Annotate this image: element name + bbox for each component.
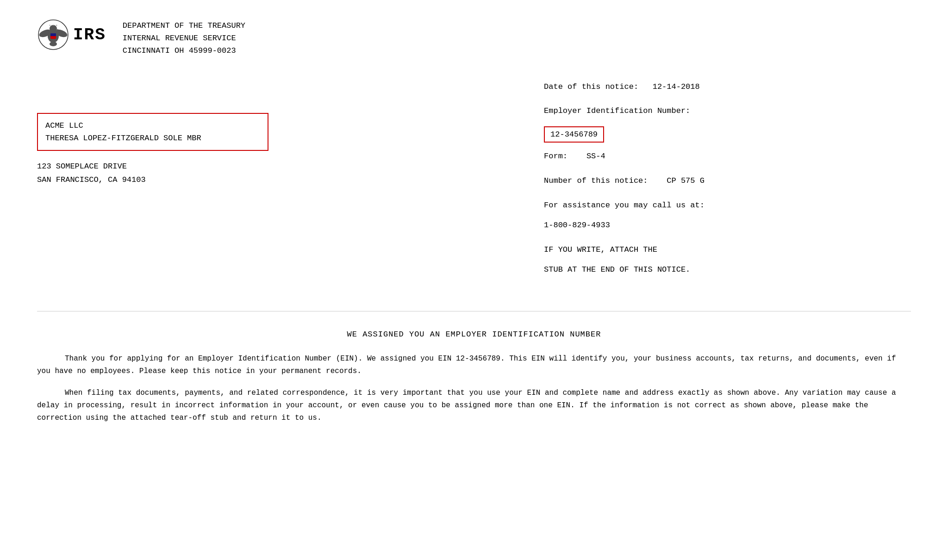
notice-number-label: Number of this notice:: [544, 176, 648, 185]
address-box: ACME LLC THERESA LOPEZ-FITZGERALD SOLE M…: [37, 113, 268, 151]
assistance-label-line: For assistance you may call us at:: [544, 199, 911, 212]
date-label: Date of this notice:: [544, 82, 638, 91]
notice-number-value: CP 575 G: [667, 176, 705, 185]
address-name-line2: THERESA LOPEZ-FITZGERALD SOLE MBR: [45, 132, 260, 144]
dept-line1: DEPARTMENT OF THE TREASURY: [123, 19, 245, 32]
dept-line3: CINCINNATI OH 45999-0023: [123, 44, 245, 57]
address-city-state-zip: SAN FRANCISCO, CA 94103: [37, 174, 518, 187]
dept-line2: INTERNAL REVENUE SERVICE: [123, 32, 245, 44]
address-street: 123 SOMEPLACE DRIVE: [37, 160, 518, 174]
right-column: Date of this notice: 12-14-2018 Employer…: [544, 76, 911, 283]
stub-notice-line2: STUB AT THE END OF THIS NOTICE.: [544, 263, 911, 277]
ein-label-line: Employer Identification Number:: [544, 105, 911, 118]
date-value: 12-14-2018: [653, 82, 700, 91]
document-page: ★ ★ ★ IRS DEPARTMENT OF THE TREASURY INT…: [37, 19, 911, 425]
body-paragraph-1: Thank you for applying for an Employer I…: [37, 353, 911, 378]
body-paragraph-2: When filing tax documents, payments, and…: [37, 387, 911, 425]
notice-number-line: Number of this notice: CP 575 G: [544, 174, 911, 188]
ein-label: Employer Identification Number:: [544, 106, 690, 115]
eagle-icon: ★ ★ ★: [37, 19, 69, 51]
form-line: Form: SS-4: [544, 150, 911, 163]
form-label: Form:: [544, 152, 568, 161]
assistance-phone-line: 1-800-829-4933: [544, 219, 911, 232]
address-name-line1: ACME LLC: [45, 119, 260, 132]
form-value: SS-4: [586, 152, 605, 161]
body-section: WE ASSIGNED YOU AN EMPLOYER IDENTIFICATI…: [37, 311, 911, 425]
ein-value: 12-3456789: [550, 130, 598, 139]
stub-notice-line1: IF YOU WRITE, ATTACH THE: [544, 243, 911, 257]
notice-date-line: Date of this notice: 12-14-2018: [544, 81, 911, 94]
svg-point-6: [50, 42, 57, 46]
assistance-phone: 1-800-829-4933: [544, 221, 610, 230]
assistance-label: For assistance you may call us at:: [544, 201, 705, 210]
department-info: DEPARTMENT OF THE TREASURY INTERNAL REVE…: [123, 19, 245, 57]
body-title: WE ASSIGNED YOU AN EMPLOYER IDENTIFICATI…: [37, 330, 911, 339]
irs-logo: ★ ★ ★ IRS: [37, 19, 113, 51]
ein-box: 12-3456789: [544, 126, 604, 143]
left-column: ACME LLC THERESA LOPEZ-FITZGERALD SOLE M…: [37, 76, 518, 283]
irs-label: IRS: [73, 25, 106, 44]
document-header: ★ ★ ★ IRS DEPARTMENT OF THE TREASURY INT…: [37, 19, 911, 57]
main-content: ACME LLC THERESA LOPEZ-FITZGERALD SOLE M…: [37, 76, 911, 283]
svg-rect-8: [50, 33, 56, 36]
svg-text:★ ★ ★: ★ ★ ★: [49, 24, 57, 27]
address-plain: 123 SOMEPLACE DRIVE SAN FRANCISCO, CA 94…: [37, 160, 518, 187]
